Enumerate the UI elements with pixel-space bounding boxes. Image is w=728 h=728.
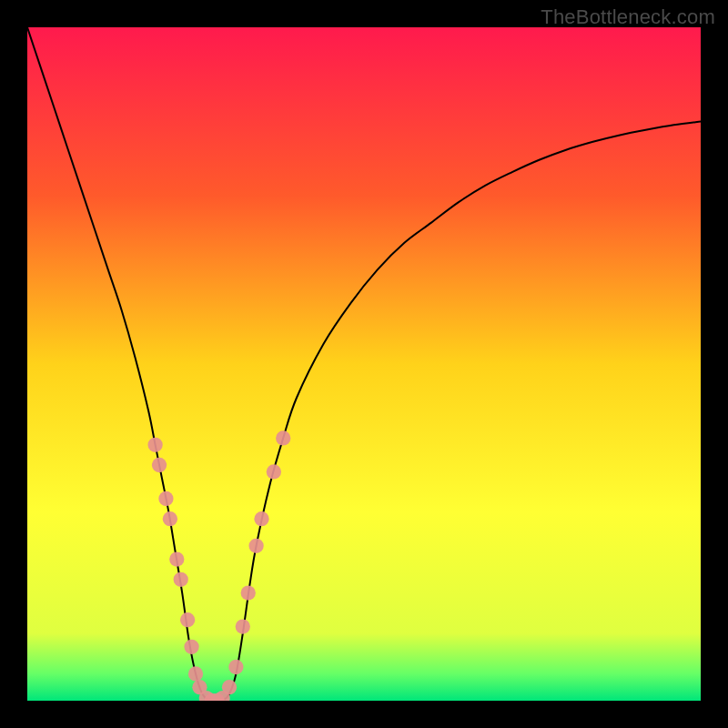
data-marker: [180, 612, 195, 627]
data-marker: [169, 551, 184, 566]
data-marker: [152, 458, 167, 472]
data-marker: [163, 511, 177, 526]
data-marker: [236, 619, 250, 633]
data-marker: [276, 430, 290, 445]
data-marker: [228, 660, 243, 674]
data-marker: [174, 572, 188, 587]
data-marker: [222, 680, 237, 694]
data-marker: [158, 491, 173, 506]
data-marker: [184, 640, 198, 654]
data-marker: [241, 585, 256, 600]
bottleneck-chart: [27, 27, 701, 701]
data-marker: [147, 438, 162, 452]
data-marker: [254, 511, 268, 526]
data-marker: [248, 539, 263, 553]
data-marker: [267, 464, 281, 479]
data-marker: [188, 666, 203, 681]
watermark-text: TheBottleneck.com: [541, 5, 715, 29]
gradient-background: [27, 27, 701, 701]
chart-container: TheBottleneck.com: [0, 0, 728, 728]
